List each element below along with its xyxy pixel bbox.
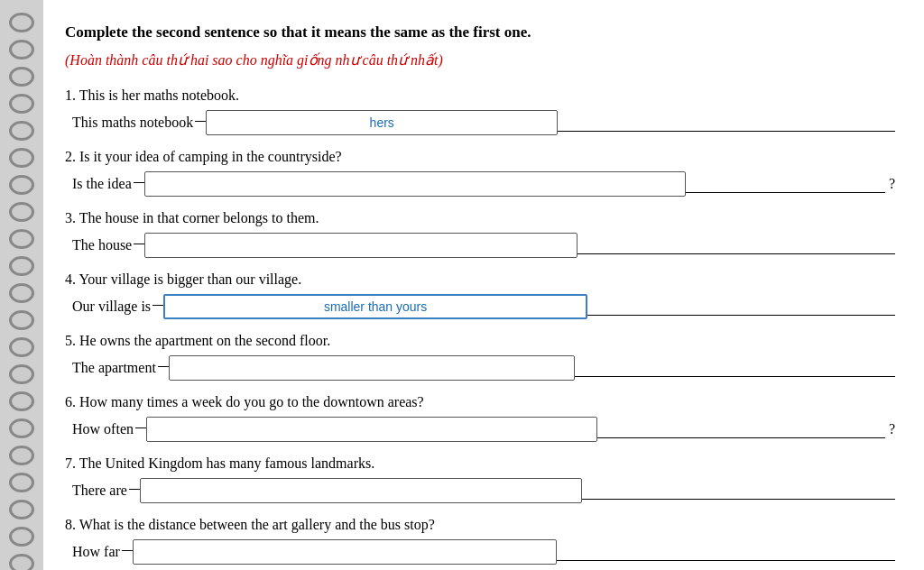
question-block: 8. What is the distance between the art … xyxy=(65,514,895,565)
underline-after xyxy=(582,499,895,500)
question-text: 1. This is her maths notebook. xyxy=(65,85,895,106)
spiral-coil xyxy=(9,473,34,492)
underline-before xyxy=(134,244,144,244)
spiral-coil xyxy=(9,391,34,411)
question-block: 6. How many times a week do you go to th… xyxy=(65,391,895,442)
spiral-coil xyxy=(9,121,34,141)
question-text: 7. The United Kingdom has many famous la… xyxy=(65,453,895,474)
answer-prefix: The apartment xyxy=(72,360,156,376)
answer-suffix: ? xyxy=(889,421,895,437)
answer-row: The apartment xyxy=(72,355,895,381)
underline-after xyxy=(597,437,885,438)
underline-after xyxy=(578,253,895,254)
answer-row: The house xyxy=(72,233,895,258)
questions-container: 1. This is her maths notebook.This maths… xyxy=(65,85,895,565)
answer-row: Our village is xyxy=(72,294,895,319)
underline-before xyxy=(158,366,169,367)
question-block: 5. He owns the apartment on the second f… xyxy=(65,330,895,381)
spiral-coil xyxy=(9,67,34,87)
answer-prefix: The house xyxy=(72,237,132,253)
underline-before xyxy=(129,489,140,490)
answer-input[interactable] xyxy=(140,478,582,503)
underline-before xyxy=(195,121,206,122)
answer-input[interactable] xyxy=(169,355,575,381)
spiral-coil xyxy=(9,94,34,114)
question-block: 3. The house in that corner belongs to t… xyxy=(65,207,895,258)
answer-row: This maths notebook xyxy=(72,110,895,135)
answer-input[interactable] xyxy=(206,110,558,135)
page-content: Complete the second sentence so that it … xyxy=(43,0,924,570)
spiral-coil xyxy=(9,364,34,384)
question-text: 4. Your village is bigger than our villa… xyxy=(65,269,895,290)
question-text: 8. What is the distance between the art … xyxy=(65,514,895,536)
question-text: 6. How many times a week do you go to th… xyxy=(65,391,895,413)
spiral-coil xyxy=(9,500,34,519)
underline-after xyxy=(686,192,885,193)
question-text: 5. He owns the apartment on the second f… xyxy=(65,330,895,352)
underline-after xyxy=(587,315,895,316)
answer-prefix: How often xyxy=(72,421,134,437)
answer-row: How often? xyxy=(72,417,895,442)
spiral-coil xyxy=(9,256,34,276)
spiral-coil xyxy=(9,229,34,249)
instruction-italic: (Hoàn thành câu thứ hai sao cho nghĩa gi… xyxy=(65,51,895,70)
spiral-coil xyxy=(9,418,34,438)
underline-before xyxy=(152,305,163,306)
answer-input[interactable] xyxy=(146,417,597,442)
answer-row: Is the idea? xyxy=(72,171,895,197)
question-block: 7. The United Kingdom has many famous la… xyxy=(65,453,895,503)
question-text: 2. Is it your idea of camping in the cou… xyxy=(65,146,895,168)
instruction-bold: Complete the second sentence so that it … xyxy=(65,22,895,43)
spiral-coil xyxy=(9,283,34,303)
answer-prefix: Our village is xyxy=(72,299,151,315)
answer-suffix: ? xyxy=(889,176,895,192)
question-text: 3. The house in that corner belongs to t… xyxy=(65,207,895,229)
spiral-coil xyxy=(9,527,34,547)
underline-after xyxy=(558,131,895,132)
spiral-coil xyxy=(9,175,34,195)
underline-before xyxy=(134,182,144,183)
answer-row: There are xyxy=(72,478,895,503)
answer-input[interactable] xyxy=(144,233,578,258)
spiral-coil xyxy=(9,446,34,465)
question-block: 1. This is her maths notebook.This maths… xyxy=(65,85,895,135)
spiral-coil xyxy=(9,310,34,330)
spiral-coil xyxy=(9,13,34,32)
spiral-coil xyxy=(9,202,34,222)
spiral-coil xyxy=(9,148,34,168)
underline-before xyxy=(122,550,133,551)
underline-before xyxy=(135,428,146,428)
answer-prefix: How far xyxy=(72,544,120,560)
question-block: 2. Is it your idea of camping in the cou… xyxy=(65,146,895,197)
answer-prefix: There are xyxy=(72,483,127,499)
spiral-binding xyxy=(0,0,43,570)
spiral-coil xyxy=(9,337,34,357)
answer-input[interactable] xyxy=(163,294,587,319)
underline-after xyxy=(557,560,895,561)
answer-prefix: This maths notebook xyxy=(72,115,193,131)
answer-input[interactable] xyxy=(133,539,557,565)
question-block: 4. Your village is bigger than our villa… xyxy=(65,269,895,319)
underline-after xyxy=(575,376,895,377)
spiral-coil xyxy=(9,554,34,570)
answer-prefix: Is the idea xyxy=(72,176,132,192)
answer-input[interactable] xyxy=(144,171,686,197)
spiral-coil xyxy=(9,40,34,60)
answer-row: How far xyxy=(72,539,895,565)
